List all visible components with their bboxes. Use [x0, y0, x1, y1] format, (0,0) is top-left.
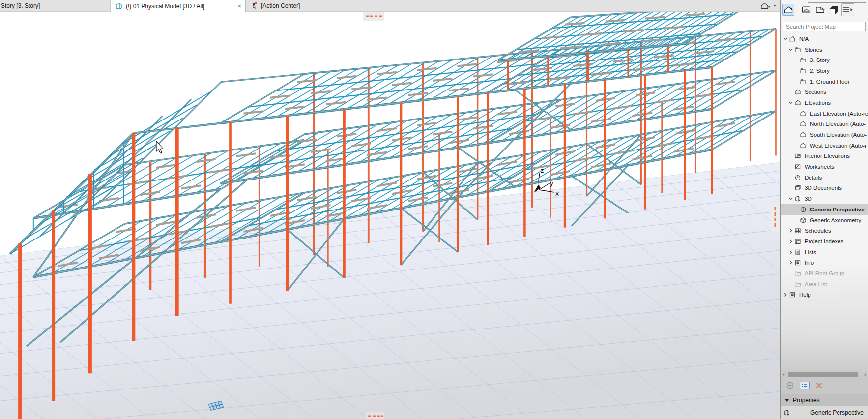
project-map-button[interactable] — [782, 4, 794, 16]
folder-icon — [794, 269, 802, 277]
chevron-down-icon[interactable] — [788, 47, 794, 53]
tree-item-generic-axonometry[interactable]: Generic Axonometry — [781, 215, 868, 226]
tree-item-help[interactable]: Help — [781, 290, 868, 300]
chevron-spacer — [788, 281, 794, 287]
teamwork-home-icon — [760, 1, 771, 10]
horizontal-scrollbar[interactable]: ‹ › — [781, 371, 868, 378]
tab-action-center[interactable]: [Action Center] — [246, 0, 365, 12]
tree-item-label: 1. Ground Floor — [810, 79, 850, 85]
tree-item-worksheets[interactable]: Worksheets — [781, 161, 868, 172]
tree-item-schedules[interactable]: Schedules — [781, 225, 868, 236]
properties-current-view: Generic Perspective — [781, 406, 868, 419]
chevron-right-icon[interactable] — [788, 228, 794, 234]
tree-item-info[interactable]: Info — [781, 257, 868, 268]
tree-item-label: Stories — [805, 47, 822, 53]
story-icon — [794, 46, 802, 54]
chevron-spacer — [793, 79, 799, 85]
panel-menu-button[interactable] — [841, 3, 854, 16]
tree-item-label: South Elevation (Auto- — [810, 132, 867, 138]
tree-item-2-story[interactable]: 2. Story — [781, 65, 868, 76]
scrollbar-thumb[interactable] — [788, 372, 858, 377]
cube-icon — [794, 195, 802, 203]
tree-item-label: 2. Story — [810, 68, 830, 74]
properties-header[interactable]: Properties — [781, 394, 868, 406]
tree-item-generic-perspective[interactable]: Generic Perspective — [781, 204, 868, 215]
tree-item-north-elevation-auto-[interactable]: North Elevation (Auto- — [781, 119, 868, 130]
zoom-plus-button[interactable] — [786, 382, 794, 389]
tree-item-1-ground-floor[interactable]: 1. Ground Floor — [781, 76, 868, 87]
view-map-button[interactable] — [800, 4, 812, 16]
tree-item-sections[interactable]: Sections — [781, 87, 868, 97]
tree-item-stories[interactable]: Stories — [781, 44, 868, 55]
chevron-right-icon[interactable] — [782, 292, 788, 298]
scroll-left-arrow[interactable]: ‹ — [781, 371, 787, 378]
archicad-window: zyx Story [3. Story] (!) 01 Physical Mod… — [0, 0, 868, 419]
view-settings-button[interactable] — [800, 382, 810, 389]
3d-viewport[interactable]: zyx — [0, 12, 780, 419]
chevron-right-icon[interactable] — [788, 249, 794, 255]
tree-item-elevations[interactable]: Elevations — [781, 97, 868, 108]
tree-item-details[interactable]: Details — [781, 172, 868, 183]
chevron-down-icon[interactable] — [788, 196, 794, 202]
tree-item-lists[interactable]: Lists — [781, 247, 868, 258]
chevron-spacer — [793, 143, 799, 149]
perspective-view-icon — [783, 409, 791, 417]
tree-item-label: North Elevation (Auto- — [810, 121, 866, 127]
chevron-spacer — [788, 270, 794, 276]
list-icon — [794, 248, 802, 256]
tree-item-n-a[interactable]: N/A — [781, 33, 868, 44]
toolbar-separator — [798, 5, 798, 15]
hamburger-menu-icon — [842, 6, 853, 13]
chevron-spacer — [793, 111, 799, 117]
cubePersp-icon — [799, 206, 807, 213]
tree-item-3d[interactable]: 3D — [781, 193, 868, 204]
story-icon — [799, 56, 807, 64]
chevron-spacer — [793, 132, 799, 138]
chevron-spacer — [793, 121, 799, 127]
publisher-sets-button[interactable] — [828, 4, 839, 16]
project-chooser-button[interactable] — [757, 0, 779, 11]
tree-item-south-elevation-auto-[interactable]: South Elevation (Auto- — [781, 129, 868, 140]
search-input[interactable] — [783, 22, 866, 31]
ground-plane — [0, 162, 780, 419]
delete-button[interactable] — [815, 382, 823, 389]
navigator-toolbar — [781, 0, 868, 20]
scroll-right-arrow[interactable]: › — [862, 371, 868, 378]
tree-item-3d-documents[interactable]: 3D Documents — [781, 183, 868, 194]
tree-item-api-root-group[interactable]: API Root Group — [781, 268, 868, 279]
section-icon — [794, 88, 802, 96]
layout-book-button[interactable] — [814, 4, 826, 16]
chevron-down-icon[interactable] — [782, 36, 788, 42]
tree-item-interior-elevations[interactable]: Interior Elevations — [781, 151, 868, 162]
axis-label-x: x — [555, 190, 559, 197]
axis-label-y: y — [550, 180, 553, 187]
tree-item-east-elevation-auto-re[interactable]: East Elevation (Auto-re — [781, 108, 868, 119]
tab-story[interactable]: Story [3. Story] — [0, 0, 111, 12]
chevron-right-icon[interactable] — [788, 239, 794, 244]
properties-header-label: Properties — [793, 397, 820, 404]
chevron-down-icon[interactable] — [788, 100, 794, 106]
chevron-spacer — [788, 89, 794, 95]
publisher-sets-icon — [829, 6, 838, 14]
chevron-right-icon[interactable] — [788, 260, 794, 266]
tree-item-label: East Elevation (Auto-re — [810, 111, 868, 117]
properties-view-name: Generic Perspective — [810, 409, 864, 416]
tab-physical-model-label: (!) 01 Physical Model [3D / All] — [126, 3, 204, 10]
settings-card-icon — [801, 383, 808, 388]
notification-dot — [255, 2, 257, 4]
chevron-spacer — [793, 207, 799, 212]
collapse-triangle-icon — [785, 399, 789, 402]
3d-model-canvas[interactable]: zyx — [0, 12, 780, 419]
tab-story-label: Story [3. Story] — [1, 2, 40, 9]
tree-item-area-list[interactable]: Area List — [781, 279, 868, 290]
tree-item-west-elevation-auto-r[interactable]: West Elevation (Auto-r — [781, 140, 868, 151]
tab-close-icon[interactable]: × — [237, 3, 241, 9]
cubeAxon-icon — [799, 216, 807, 224]
project-map-home-icon — [784, 6, 793, 14]
tree-item-label: N/A — [799, 36, 809, 42]
interior-icon — [794, 152, 802, 160]
tab-physical-model[interactable]: (!) 01 Physical Model [3D / All] × — [111, 0, 246, 12]
tree-item-3-story[interactable]: 3. Story — [781, 55, 868, 65]
tree-item-project-indexes[interactable]: Project Indexes — [781, 236, 868, 247]
elevation-icon — [799, 110, 807, 118]
